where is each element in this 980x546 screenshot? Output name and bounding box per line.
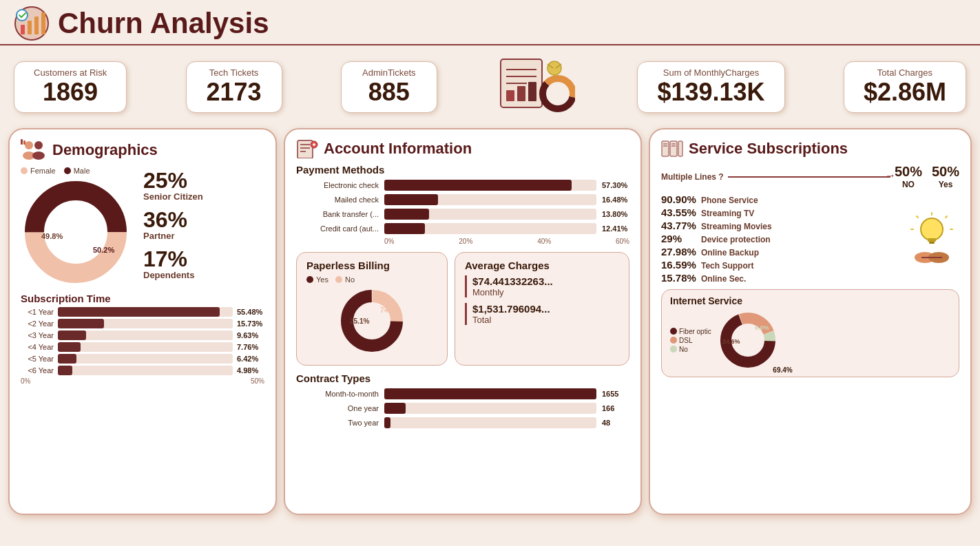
demo-top: Female Male 49.8% 50.2% [21, 167, 264, 287]
arrow-line: → [728, 176, 890, 178]
kpi-customers-risk: Customers at Risk 1869 [14, 61, 127, 113]
kpi-customers-risk-label: Customers at Risk [34, 67, 107, 78]
kpi-monthly-label: Sum of MonthlyCharges [657, 67, 764, 78]
multiline-no: 50% NO [895, 164, 922, 189]
services-panel: Service Subscriptions Multiple Lines ? →… [649, 128, 972, 515]
subscription-time-title: Subscription Time [21, 293, 264, 304]
kpi-customers-risk-value: 1869 [34, 78, 107, 107]
bar-background [58, 366, 233, 375]
female-dot [21, 167, 28, 174]
payment-bar-bg [384, 223, 596, 234]
bar-fill [58, 342, 81, 352]
contract-title: Contract Types [296, 372, 629, 384]
svg-point-16 [548, 61, 561, 75]
contract-bar-bg [384, 388, 596, 399]
svg-rect-12 [528, 82, 536, 101]
payment-bar-bg [384, 180, 596, 191]
service-item: 43.77% Streaming Movies [661, 220, 897, 231]
payment-bar-row: Credit card (aut... 12.41% [296, 223, 629, 234]
service-item: 15.78% Online Sec. [661, 272, 897, 284]
svg-text:74.9%: 74.9% [380, 306, 399, 314]
account-lower: Paperless Billing Yes No 25.1% [296, 252, 629, 366]
contract-bar-fill [384, 417, 390, 428]
svg-point-50 [921, 218, 943, 240]
svg-rect-24 [21, 139, 23, 145]
avg-title: Average Charges [465, 260, 619, 271]
svg-rect-31 [298, 140, 313, 158]
kpi-admin-tickets: AdminTickets 885 [341, 61, 437, 113]
kpi-total-value: $2.86M [864, 78, 946, 107]
central-illustration [496, 52, 578, 121]
services-title: Service Subscriptions [661, 139, 959, 158]
svg-text:49.8%: 49.8% [41, 232, 63, 240]
multiline-yes: 50% Yes [932, 164, 959, 189]
kpi-total-charges: Total Charges $2.86M [844, 61, 966, 113]
senior-stat: 25% Senior Citizen [143, 169, 203, 206]
dependents-stat: 17% Dependents [143, 248, 203, 284]
svg-rect-2 [28, 21, 32, 34]
service-item: 90.90% Phone Service [661, 193, 897, 205]
billing-title: Paperless Billing [306, 260, 437, 271]
svg-point-15 [548, 84, 567, 103]
billing-box: Paperless Billing Yes No 25.1% [296, 252, 448, 366]
demographics-panel: Demographics Female Male [8, 128, 277, 515]
gender-donut: Female Male 49.8% 50.2% [21, 167, 131, 287]
svg-point-5 [17, 10, 28, 21]
payment-bar-row: Electronic check 57.30% [296, 180, 629, 191]
main-content: Demographics Female Male [0, 128, 980, 521]
account-panel: Account Information Payment Methods Elec… [284, 128, 642, 515]
svg-rect-4 [41, 12, 45, 34]
svg-rect-25 [23, 140, 25, 145]
lightbulb-icon [908, 212, 956, 267]
demographics-icon [21, 139, 47, 161]
contract-bar-fill [384, 403, 406, 414]
kpi-row: Customers at Risk 1869 Tech Tickets 2173… [0, 45, 980, 128]
svg-rect-1 [21, 25, 25, 34]
services-icon [661, 139, 683, 158]
header: Churn Analysis [0, 0, 980, 45]
kpi-total-label: Total Charges [864, 67, 946, 78]
contract-section: Contract Types Month-to-month 1655 One y… [296, 372, 629, 428]
subscription-bar-row: <2 Year 15.73% [21, 319, 264, 328]
svg-point-20 [25, 141, 33, 149]
contract-bar-bg [384, 417, 596, 428]
bar-fill [58, 354, 76, 364]
bar-fill [58, 319, 104, 328]
payment-bar-fill [384, 194, 438, 205]
svg-rect-51 [928, 238, 936, 242]
subscription-bar-row: <4 Year 7.76% [21, 342, 264, 352]
kpi-monthly-value: $139.13K [657, 78, 764, 107]
svg-point-21 [34, 141, 43, 149]
service-item: 16.59% Tech Support [661, 259, 897, 271]
contract-bar-row: One year 166 [296, 403, 629, 414]
svg-rect-3 [34, 17, 39, 34]
contract-bar-row: Two year 48 [296, 417, 629, 428]
payment-bar-row: Mailed check 16.48% [296, 194, 629, 205]
svg-rect-49 [678, 141, 682, 156]
fiber-pct-label: 69.4% [773, 366, 792, 374]
multiple-lines-row: Multiple Lines ? → 50% NO 50% Yes [661, 164, 959, 189]
services-main: 90.90% Phone Service 43.55% Streaming TV… [661, 193, 959, 285]
gender-donut-chart: 49.8% 50.2% [21, 177, 131, 287]
avg-total: $1,531.796094... Total [465, 303, 619, 325]
subscription-bar-row: <3 Year 9.63% [21, 330, 264, 340]
bar-background [58, 307, 233, 317]
bar-background [58, 330, 233, 340]
payment-bar-fill [384, 209, 429, 220]
kpi-monthly-charges: Sum of MonthlyCharges $139.13K [637, 61, 784, 113]
contract-bar-bg [384, 403, 596, 414]
services-illustration [904, 193, 959, 285]
bar-background [58, 319, 233, 328]
svg-rect-46 [670, 141, 677, 156]
billing-donut: 25.1% 74.9% [337, 286, 406, 355]
payment-bar-fill [384, 180, 572, 191]
service-item: 43.55% Streaming TV [661, 207, 897, 218]
avg-charges-box: Average Charges $74.441332263... Monthly… [455, 252, 629, 366]
bar-axis: 0% 50% [21, 377, 264, 385]
contract-bar-row: Month-to-month 1655 [296, 388, 629, 399]
bar-fill [58, 307, 220, 317]
account-icon [296, 139, 318, 158]
payment-bar-bg [384, 209, 596, 220]
kpi-tech-value: 2173 [206, 78, 262, 107]
service-item: 29% Device protection [661, 233, 897, 244]
